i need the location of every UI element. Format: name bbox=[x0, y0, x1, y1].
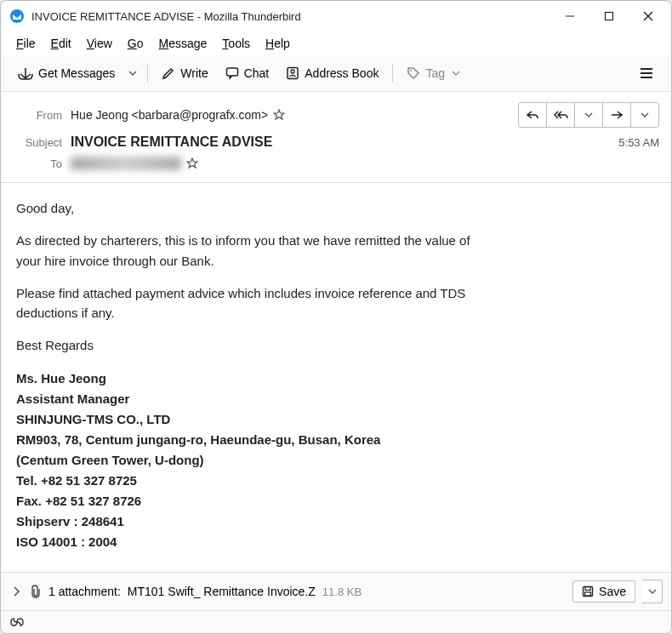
toolbar: Get Messages Write Chat Address Book bbox=[1, 55, 671, 92]
attachment-filename[interactable]: MT101 Swift_ Remittance Invoice.Z bbox=[128, 585, 316, 598]
tag-button[interactable]: Tag bbox=[398, 61, 469, 85]
from-label: From bbox=[13, 109, 62, 122]
message-body: Good day, As directed by charterers, thi… bbox=[1, 183, 671, 572]
app-menu-button[interactable] bbox=[630, 62, 663, 84]
statusbar bbox=[1, 610, 671, 633]
signature-address: RM903, 78, Centum jungang-ro, Haeundae-g… bbox=[16, 430, 656, 450]
svg-point-8 bbox=[410, 70, 412, 71]
activity-icon[interactable] bbox=[9, 616, 25, 628]
from-value[interactable]: Hue Jeong <barbara@prografx.com> bbox=[71, 108, 518, 122]
menu-message[interactable]: Message bbox=[152, 33, 214, 54]
chevron-right-icon[interactable] bbox=[9, 583, 23, 600]
menu-edit[interactable]: Edit bbox=[44, 33, 78, 54]
subject-label: Subject bbox=[13, 136, 62, 149]
save-icon bbox=[582, 585, 594, 597]
separator bbox=[147, 64, 148, 83]
star-icon[interactable] bbox=[273, 109, 285, 121]
body-paragraph: Please find attached payment advice whic… bbox=[16, 283, 501, 323]
star-icon[interactable] bbox=[186, 157, 198, 169]
titlebar: INVOICE REMITTANCE ADVISE - Mozilla Thun… bbox=[1, 1, 671, 31]
attachment-count: 1 attachment: bbox=[48, 585, 121, 598]
svg-point-7 bbox=[291, 70, 294, 73]
paperclip-icon bbox=[30, 585, 42, 598]
write-label: Write bbox=[180, 66, 208, 80]
chat-icon bbox=[225, 66, 239, 80]
get-messages-label: Get Messages bbox=[38, 66, 115, 80]
address-book-label: Address Book bbox=[305, 66, 379, 80]
signature-shipserv: Shipserv : 248641 bbox=[16, 511, 656, 532]
app-window: INVOICE REMITTANCE ADVISE - Mozilla Thun… bbox=[0, 0, 672, 634]
menu-tools[interactable]: Tools bbox=[215, 33, 257, 54]
redacted-recipient bbox=[71, 157, 181, 170]
write-button[interactable]: Write bbox=[153, 61, 216, 85]
more-dropdown[interactable] bbox=[630, 102, 659, 128]
download-icon bbox=[18, 66, 33, 80]
tag-label: Tag bbox=[425, 66, 445, 80]
svg-rect-14 bbox=[585, 592, 591, 596]
save-label: Save bbox=[599, 585, 626, 598]
reply-all-dropdown[interactable] bbox=[574, 102, 603, 128]
menu-help[interactable]: Help bbox=[259, 33, 297, 54]
close-button[interactable] bbox=[629, 1, 668, 31]
forward-button[interactable] bbox=[602, 102, 631, 128]
body-paragraph: As directed by charterers, this is to in… bbox=[16, 231, 493, 271]
body-regards: Best Regards bbox=[16, 335, 656, 355]
svg-rect-2 bbox=[606, 13, 613, 20]
attachments-bar: 1 attachment: MT101 Swift_ Remittance In… bbox=[1, 572, 671, 610]
window-controls bbox=[550, 1, 668, 31]
address-book-button[interactable]: Address Book bbox=[277, 61, 387, 85]
menubar: File Edit View Go Message Tools Help bbox=[1, 31, 671, 55]
svg-point-0 bbox=[10, 9, 24, 23]
menu-go[interactable]: Go bbox=[121, 33, 151, 54]
svg-rect-13 bbox=[585, 587, 590, 591]
tag-icon bbox=[407, 66, 420, 80]
attachment-size: 11.8 KB bbox=[322, 585, 362, 598]
pencil-icon bbox=[162, 66, 175, 80]
separator bbox=[392, 64, 393, 83]
chat-label: Chat bbox=[244, 66, 270, 80]
address-book-icon bbox=[286, 66, 299, 80]
message-time: 5:53 AM bbox=[618, 136, 659, 149]
signature-iso: ISO 14001 : 2004 bbox=[16, 532, 656, 552]
save-dropdown[interactable] bbox=[642, 580, 663, 603]
menu-file[interactable]: File bbox=[9, 33, 43, 54]
reply-button[interactable] bbox=[518, 102, 547, 128]
maximize-button[interactable] bbox=[589, 1, 629, 31]
hamburger-icon bbox=[639, 67, 654, 79]
thunderbird-icon bbox=[9, 9, 25, 24]
save-attachment-button[interactable]: Save bbox=[572, 580, 635, 603]
to-value[interactable] bbox=[71, 157, 659, 170]
get-messages-button[interactable]: Get Messages bbox=[9, 61, 123, 85]
minimize-button[interactable] bbox=[550, 1, 589, 31]
to-label: To bbox=[13, 157, 62, 170]
signature-address2: (Centum Green Tower, U-dong) bbox=[16, 450, 656, 471]
message-headers: From Hue Jeong <barbara@prografx.com> bbox=[1, 92, 671, 183]
header-actions bbox=[518, 102, 659, 128]
get-messages-dropdown[interactable] bbox=[123, 60, 142, 86]
signature-fax: Fax. +82 51 327 8726 bbox=[16, 491, 656, 511]
signature-name: Ms. Hue Jeong bbox=[16, 368, 656, 389]
reply-all-button[interactable] bbox=[546, 102, 575, 128]
signature-company: SHINJUNG-TMS CO., LTD bbox=[16, 409, 656, 430]
signature-tel: Tel. +82 51 327 8725 bbox=[16, 471, 656, 491]
chat-button[interactable]: Chat bbox=[217, 61, 278, 85]
svg-rect-5 bbox=[226, 68, 237, 76]
signature-title: Assistant Manager bbox=[16, 389, 656, 409]
window-title: INVOICE REMITTANCE ADVISE - Mozilla Thun… bbox=[31, 10, 550, 23]
body-greeting: Good day, bbox=[16, 198, 656, 218]
subject-value: INVOICE REMITTANCE ADVISE bbox=[71, 134, 618, 150]
menu-view[interactable]: View bbox=[80, 33, 119, 54]
